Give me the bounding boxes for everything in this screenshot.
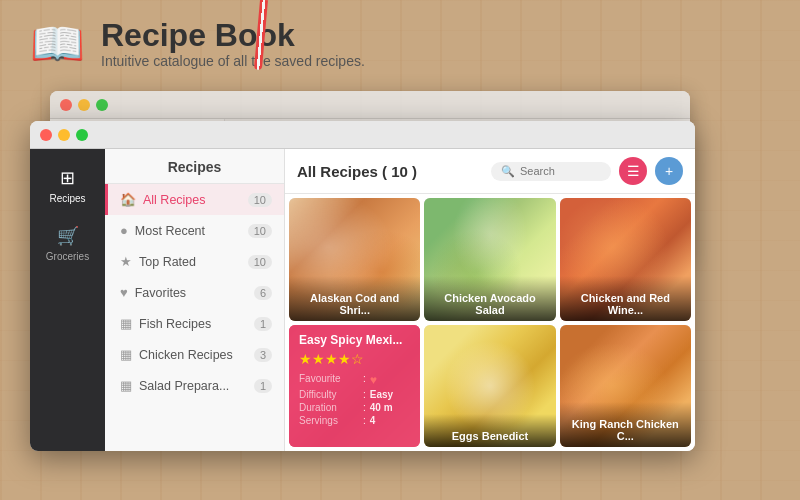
duration-label: Duration [299,402,359,413]
recipe-card-2[interactable]: Chicken Avocado Salad [424,198,555,321]
main-window: ⊞ Recipes 🛒 Groceries Recipes 🏠 All Re [30,121,695,451]
most-recent-badge: 10 [248,224,272,238]
left-panel: ⊞ Recipes 🛒 Groceries Recipes 🏠 All Re [30,149,285,451]
windows-area: Recipes 🏠 All Recipes10 All Recipes ( 10… [30,81,770,431]
favorites-badge: 6 [254,286,272,300]
list-view-button[interactable]: ☰ [619,157,647,185]
duration-val: 40 m [370,402,393,413]
recipe-card-featured[interactable]: Easy Spicy Mexi... ★★★★☆ Favourite : ♥ D… [289,325,420,448]
main-titlebar [30,121,695,149]
heart-icon: ♥ [120,285,128,300]
recipe-card-1[interactable]: Alaskan Cod and Shri... [289,198,420,321]
recipe-label-1: Alaskan Cod and Shri... [289,276,420,321]
home-icon: 🏠 [120,192,136,207]
fish-recipes-badge: 1 [254,317,272,331]
sidebar-label-favorites: Favorites [135,286,186,300]
star-icon: ★ [120,254,132,269]
dark-sidebar-label-groceries: Groceries [46,251,89,262]
recent-icon: ● [120,223,128,238]
main-minimize-dot[interactable] [58,129,70,141]
featured-overlay: Easy Spicy Mexi... ★★★★☆ Favourite : ♥ D… [289,325,420,448]
content-title: All Recipes ( 10 ) [297,163,483,180]
dark-sidebar: ⊞ Recipes 🛒 Groceries [30,149,105,451]
sidebar-item-most-recent[interactable]: ● Most Recent 10 [105,215,284,246]
salad-badge: 1 [254,379,272,393]
maximize-dot[interactable] [96,99,108,111]
sidebar-header: Recipes [105,149,284,184]
favourite-heart: ♥ [370,373,377,387]
chicken-recipes-badge: 3 [254,348,272,362]
recipe-card-3[interactable]: Chicken and Red Wine... [560,198,691,321]
favourite-label: Favourite [299,373,359,387]
servings-val: 4 [370,415,376,426]
minimize-dot[interactable] [78,99,90,111]
app-title: Recipe Book [101,18,365,53]
content-header: All Recipes ( 10 ) 🔍 ☰ + [285,149,695,194]
servings-label: Servings [299,415,359,426]
search-input[interactable] [520,165,600,177]
recipe-grid: Alaskan Cod and Shri... Chicken Avocado … [285,194,695,451]
bg-window-titlebar [50,91,690,119]
top-rated-badge: 10 [248,255,272,269]
recipe-label-3: Chicken and Red Wine... [560,276,691,321]
sidebar-label-all-recipes: All Recipes [143,193,206,207]
main-close-dot[interactable] [40,129,52,141]
recipe-card-6[interactable]: King Ranch Chicken C... [560,325,691,448]
dark-sidebar-label-recipes: Recipes [49,193,85,204]
info-row-favourite: Favourite : ♥ [299,373,410,387]
light-sidebar: Recipes 🏠 All Recipes 10 ● Most Recent [105,149,285,451]
difficulty-label: Difficulty [299,389,359,400]
close-dot[interactable] [60,99,72,111]
recipe-label-6: King Ranch Chicken C... [560,402,691,447]
all-recipes-badge: 10 [248,193,272,207]
fish-icon: ▦ [120,316,132,331]
header-text: Recipe Book Intuitive catalogue of all t… [101,18,365,69]
info-row-duration: Duration : 40 m [299,402,410,413]
dark-sidebar-groceries[interactable]: 🛒 Groceries [30,217,105,270]
dark-sidebar-recipes[interactable]: ⊞ Recipes [30,159,105,212]
sidebar-label-salad: Salad Prepara... [139,379,229,393]
sidebar-label-top-rated: Top Rated [139,255,196,269]
search-box[interactable]: 🔍 [491,162,611,181]
add-recipe-button[interactable]: + [655,157,683,185]
app-icon: 📖 [30,22,85,66]
sidebar-label-most-recent: Most Recent [135,224,205,238]
difficulty-val: Easy [370,389,393,400]
app-header: 📖 Recipe Book Intuitive catalogue of all… [0,0,800,81]
recipe-label-5: Eggs Benedict [424,414,555,447]
sidebar-item-fish-recipes[interactable]: ▦ Fish Recipes 1 [105,308,284,339]
sidebar-item-top-rated[interactable]: ★ Top Rated 10 [105,246,284,277]
recipe-label-2: Chicken Avocado Salad [424,276,555,321]
chicken-icon: ▦ [120,347,132,362]
sidebar-label-fish-recipes: Fish Recipes [139,317,211,331]
main-maximize-dot[interactable] [76,129,88,141]
sidebar-item-salad[interactable]: ▦ Salad Prepara... 1 [105,370,284,401]
featured-stars: ★★★★☆ [299,351,410,367]
featured-title: Easy Spicy Mexi... [299,333,410,347]
app-subtitle: Intuitive catalogue of all the saved rec… [101,53,365,69]
groceries-icon: 🛒 [57,225,79,247]
sidebar-item-all-recipes[interactable]: 🏠 All Recipes 10 [105,184,284,215]
sidebar-item-favorites[interactable]: ♥ Favorites 6 [105,277,284,308]
recipe-card-5[interactable]: Eggs Benedict [424,325,555,448]
sidebar-item-chicken-recipes[interactable]: ▦ Chicken Recipes 3 [105,339,284,370]
recipes-icon: ⊞ [60,167,75,189]
salad-icon: ▦ [120,378,132,393]
info-row-difficulty: Difficulty : Easy [299,389,410,400]
sidebar-label-chicken-recipes: Chicken Recipes [139,348,233,362]
info-row-servings: Servings : 4 [299,415,410,426]
search-icon: 🔍 [501,165,515,178]
main-content: All Recipes ( 10 ) 🔍 ☰ + Alaskan Cod and… [285,149,695,451]
